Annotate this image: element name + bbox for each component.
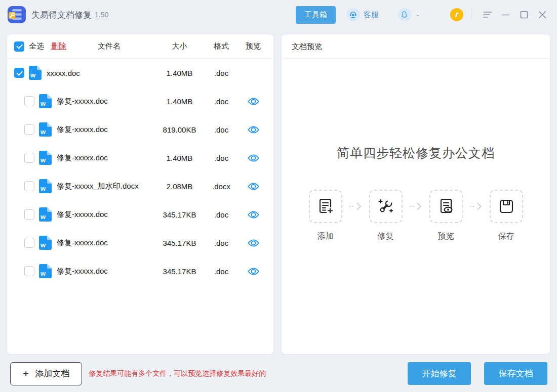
table-row[interactable]: w 修复-xxxxx.doc 345.17KB .doc: [7, 200, 273, 229]
column-header-size: 大小: [155, 41, 204, 51]
main-content: 全选 删除 文件名 大小 格式 预览 w xxxxx.doc 1.40MB .d…: [0, 29, 557, 354]
svg-text:w: w: [30, 71, 36, 79]
word-file-icon: w: [39, 94, 52, 108]
repair-hint-text: 修复结果可能有多个文件，可以预览选择修复效果最好的: [89, 369, 408, 378]
row-checkbox[interactable]: [24, 238, 34, 248]
file-size: 819.00KB: [155, 125, 204, 134]
file-format: .doc: [204, 125, 239, 134]
svg-text:w: w: [40, 100, 46, 107]
app-title: 失易得文档修复: [31, 9, 92, 21]
step-add: 添加: [309, 190, 342, 242]
table-row[interactable]: w xxxxx.doc 1.40MB .doc: [7, 59, 273, 87]
maximize-button[interactable]: [519, 9, 530, 20]
preview-eye-icon[interactable]: [239, 97, 267, 106]
save-document-button[interactable]: 保存文档: [484, 362, 547, 385]
step-label: 保存: [498, 231, 514, 242]
table-row[interactable]: w 修复-xxxxx.doc 1.40MB .doc: [7, 144, 273, 172]
titlebar-divider: [471, 9, 472, 21]
step-label: 预览: [438, 231, 454, 242]
arrow-right-icon: [349, 202, 363, 210]
step-label: 添加: [317, 231, 334, 242]
file-size: 345.17KB: [155, 210, 204, 219]
svg-text:w: w: [40, 241, 46, 249]
column-header-name: 文件名: [66, 41, 155, 51]
row-checkbox[interactable]: [24, 181, 34, 191]
file-format: .doc: [204, 267, 239, 276]
preview-panel-title: 文档预览: [282, 34, 550, 59]
file-list-panel: 全选 删除 文件名 大小 格式 预览 w xxxxx.doc 1.40MB .d…: [7, 34, 273, 354]
svg-text:w: w: [40, 270, 46, 277]
toolbox-button[interactable]: 工具箱: [296, 6, 336, 24]
preview-eye-icon[interactable]: [239, 239, 267, 247]
row-checkbox[interactable]: [24, 96, 34, 106]
document-add-icon: [309, 190, 342, 223]
file-size: 1.40MB: [155, 97, 204, 106]
word-file-icon: w: [29, 66, 42, 80]
row-checkbox[interactable]: [24, 266, 34, 276]
column-header-format: 格式: [204, 41, 239, 51]
table-row[interactable]: w 修复-xxxxx.doc 819.00KB .doc: [7, 115, 273, 144]
file-name: 修复-xxxxx.doc: [57, 125, 155, 135]
customer-service-button[interactable]: 客服: [347, 8, 379, 21]
promo-badge-icon[interactable]: r: [450, 8, 463, 21]
file-size: 345.17KB: [155, 239, 204, 247]
preview-eye-icon[interactable]: [239, 267, 267, 276]
start-repair-button[interactable]: 开始修复: [408, 362, 471, 385]
preview-eye-icon[interactable]: [239, 154, 267, 162]
row-checkbox[interactable]: [24, 153, 34, 163]
table-row[interactable]: w 修复-xxxxx.doc 345.17KB .doc: [7, 229, 273, 257]
row-checkbox[interactable]: [14, 68, 24, 78]
file-format: .doc: [204, 154, 239, 162]
delete-link[interactable]: 删除: [51, 41, 66, 51]
table-row[interactable]: w 修复-xxxxx.doc 345.17KB .doc: [7, 257, 273, 285]
arrow-right-icon: [469, 202, 483, 210]
steps-row: 添加: [309, 190, 523, 242]
step-save: 保存: [490, 190, 523, 242]
file-name: 修复-xxxxx.doc: [57, 210, 155, 220]
add-document-button[interactable]: + 添加文档: [10, 362, 82, 385]
select-all-checkbox[interactable]: [14, 41, 24, 52]
menu-icon[interactable]: [482, 9, 493, 20]
preview-eye-icon[interactable]: [239, 125, 267, 134]
file-name: 修复-xxxxx_加水印.docx: [57, 182, 155, 191]
word-file-icon: w: [39, 264, 52, 278]
file-name: 修复-xxxxx.doc: [57, 153, 155, 163]
file-size: 345.17KB: [155, 267, 204, 276]
file-name: 修复-xxxxx.doc: [57, 267, 155, 276]
footer-bar: + 添加文档 修复结果可能有多个文件，可以预览选择修复效果最好的 开始修复 保存…: [0, 354, 557, 392]
headset-icon: [347, 8, 360, 21]
word-file-icon: w: [39, 151, 52, 165]
row-checkbox[interactable]: [24, 209, 34, 220]
column-header-preview: 预览: [239, 41, 267, 51]
close-button[interactable]: [537, 9, 548, 20]
file-size: 1.40MB: [155, 69, 204, 77]
table-row[interactable]: w 修复-xxxxx.doc 1.40MB .doc: [7, 87, 273, 115]
brand: 失易得文档修复 1.50: [7, 5, 108, 24]
word-file-icon: w: [39, 236, 52, 250]
word-file-icon: w: [39, 179, 52, 193]
preview-eye-icon[interactable]: [239, 182, 267, 191]
word-file-icon: w: [39, 207, 52, 222]
select-all-label: 全选: [29, 41, 44, 51]
step-preview: 预览: [429, 190, 463, 242]
minimize-button[interactable]: [500, 9, 511, 20]
word-file-icon: w: [39, 122, 52, 137]
steps-headline: 简单四步轻松修复办公文档: [337, 145, 495, 161]
file-format: .docx: [204, 182, 239, 191]
preview-eye-icon[interactable]: [239, 210, 267, 219]
floppy-save-icon: [490, 190, 523, 223]
wrench-repair-icon: [369, 190, 403, 223]
qq-contact-button[interactable]: -: [398, 8, 419, 21]
row-checkbox[interactable]: [24, 124, 34, 135]
qq-penguin-icon: [398, 8, 411, 21]
table-row[interactable]: w 修复-xxxxx_加水印.docx 2.08MB .docx: [7, 172, 273, 200]
file-name: 修复-xxxxx.doc: [57, 238, 155, 248]
file-format: .doc: [204, 210, 239, 219]
step-label: 修复: [378, 231, 394, 242]
file-size: 2.08MB: [155, 182, 204, 191]
file-format: .doc: [204, 69, 239, 77]
qq-status-label: -: [417, 11, 419, 19]
app-version: 1.50: [95, 11, 108, 19]
svg-text:w: w: [40, 128, 46, 136]
svg-text:w: w: [40, 213, 46, 221]
